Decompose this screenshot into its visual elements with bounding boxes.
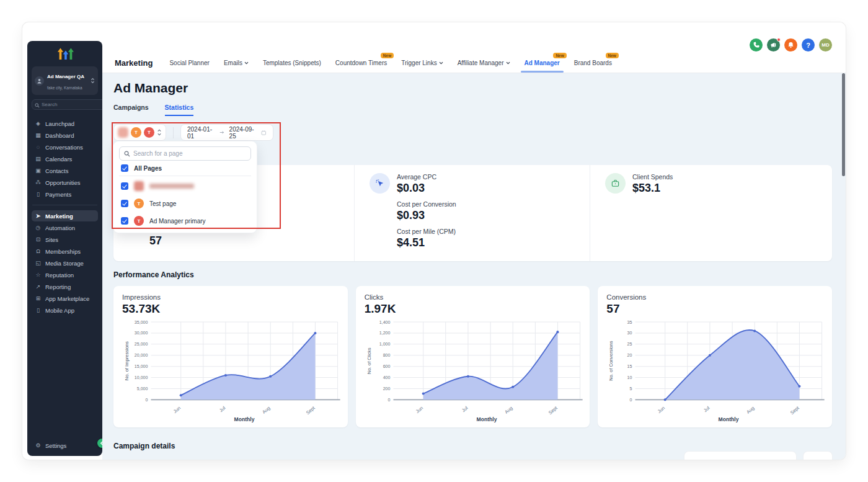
app-marketplace-icon: ⊞ bbox=[35, 295, 42, 301]
checkbox-checked[interactable] bbox=[121, 217, 128, 225]
account-name: Ad Manager QA bbox=[47, 74, 84, 79]
page-avatar: T bbox=[134, 199, 144, 208]
sidebar-item-reputation[interactable]: ☆Reputation bbox=[32, 269, 98, 280]
sidebar-item-label: Sites bbox=[45, 236, 58, 243]
svg-text:Jul: Jul bbox=[702, 405, 711, 413]
svg-text:25: 25 bbox=[627, 342, 632, 346]
date-end: 2024-09-25 bbox=[229, 126, 257, 140]
stat-value: $0.03 bbox=[397, 182, 456, 195]
page-name-redacted bbox=[149, 184, 194, 189]
new-badge: New bbox=[381, 53, 394, 58]
sidebar-item-mobile-app[interactable]: ▯Mobile App bbox=[32, 305, 98, 316]
nav-item-social-planner[interactable]: Social Planner bbox=[169, 60, 209, 66]
search-icon bbox=[35, 99, 40, 110]
sidebar: Ad Manager QA fake city, Karnataka ⌘K ◈L… bbox=[27, 41, 102, 456]
sidebar-item-payments[interactable]: ▯Payments bbox=[32, 189, 98, 200]
nav-item-templates-snippets[interactable]: Templates (Snippets) bbox=[263, 60, 321, 66]
tab-statistics[interactable]: Statistics bbox=[165, 104, 194, 116]
help-button[interactable]: ? bbox=[802, 38, 815, 51]
campaign-button-partial[interactable] bbox=[804, 452, 832, 460]
nav-item-emails[interactable]: Emails bbox=[224, 60, 249, 66]
sidebar-item-label: Reporting bbox=[45, 283, 71, 290]
sidebar-item-settings[interactable]: ⚙ Settings bbox=[32, 440, 98, 451]
all-pages-label: All Pages bbox=[134, 165, 162, 172]
chart-value: 1.97K bbox=[365, 302, 584, 316]
stat-value: $0.93 bbox=[397, 209, 456, 222]
nav-item-ad-manager[interactable]: Ad ManagerNew bbox=[525, 60, 560, 66]
tab-campaigns[interactable]: Campaigns bbox=[113, 104, 149, 116]
nav-item-trigger-links[interactable]: Trigger Links bbox=[401, 60, 443, 66]
svg-text:25,000: 25,000 bbox=[135, 342, 148, 346]
svg-text:10,000: 10,000 bbox=[135, 375, 148, 380]
account-avatar bbox=[35, 76, 44, 86]
scrollbar-thumb[interactable] bbox=[842, 73, 845, 176]
sidebar-item-marketing[interactable]: ➤Marketing bbox=[32, 210, 98, 221]
page-selector-button[interactable]: T T bbox=[113, 124, 166, 141]
svg-text:30,000: 30,000 bbox=[135, 331, 148, 335]
page-row-ad-manager-primary[interactable]: T Ad Manager primary bbox=[119, 212, 251, 230]
sidebar-item-reporting[interactable]: ↗Reporting bbox=[32, 281, 98, 292]
nav-item-label: Emails bbox=[224, 60, 242, 66]
sidebar-item-automation[interactable]: ◷Automation bbox=[32, 222, 98, 233]
svg-text:Jun: Jun bbox=[172, 405, 182, 414]
nav-item-countdown-timers[interactable]: Countdown TimersNew bbox=[335, 60, 387, 66]
sidebar-item-label: Automation bbox=[45, 225, 75, 231]
conversions-chart-card: Conversions 57 05101520253035JunJulAugSe… bbox=[598, 286, 832, 427]
svg-text:0: 0 bbox=[388, 398, 390, 402]
checkbox-checked[interactable] bbox=[121, 164, 128, 172]
page-avatar-redacted bbox=[118, 127, 128, 138]
chevron-down-icon bbox=[244, 61, 249, 65]
sidebar-item-label: Launchpad bbox=[45, 120, 74, 127]
nav-item-affiliate-manager[interactable]: Affiliate Manager bbox=[458, 60, 510, 66]
app-window: Ad Manager QA fake city, Karnataka ⌘K ◈L… bbox=[22, 22, 846, 460]
sidebar-item-calendars[interactable]: ▤Calendars bbox=[32, 153, 98, 164]
nav-item-brand-boards[interactable]: Brand BoardsNew bbox=[574, 60, 612, 66]
dropdown-search[interactable] bbox=[119, 146, 251, 161]
sidebar-item-label: Payments bbox=[45, 191, 71, 198]
cursor-click-icon bbox=[370, 173, 390, 194]
sidebar-item-dashboard[interactable]: ▦Dashboard bbox=[32, 130, 98, 141]
conversations-icon: ◌ bbox=[35, 144, 42, 150]
marketing-icon: ➤ bbox=[35, 213, 42, 219]
marketing-nav: Marketing Social Planner Emails Template… bbox=[108, 53, 846, 73]
announcements-button[interactable] bbox=[767, 38, 780, 51]
dropdown-search-input[interactable] bbox=[133, 150, 246, 157]
sidebar-item-label: Conversations bbox=[45, 144, 83, 151]
nav-item-label: Social Planner bbox=[169, 60, 209, 66]
sidebar-item-contacts[interactable]: ▣Contacts bbox=[32, 165, 98, 176]
automation-icon: ◷ bbox=[35, 225, 42, 231]
launchpad-icon: ◈ bbox=[35, 120, 42, 127]
sidebar-item-launchpad[interactable]: ◈Launchpad bbox=[32, 118, 98, 129]
all-pages-row[interactable]: All Pages bbox=[119, 161, 251, 176]
page-row-test-page[interactable]: T Test page bbox=[119, 195, 251, 212]
stat-label: Cost per Conversion bbox=[397, 200, 456, 208]
svg-text:30: 30 bbox=[627, 331, 632, 335]
page-avatar: T bbox=[131, 127, 141, 138]
sidebar-search-input[interactable] bbox=[42, 102, 110, 107]
sites-icon: ⊡ bbox=[35, 236, 42, 243]
notifications-button[interactable] bbox=[784, 38, 797, 51]
sidebar-item-conversations[interactable]: ◌Conversations bbox=[32, 141, 98, 153]
checkbox-checked[interactable] bbox=[121, 182, 128, 190]
sidebar-item-app-marketplace[interactable]: ⊞App Marketplace bbox=[32, 293, 98, 304]
user-avatar[interactable]: MD bbox=[819, 38, 832, 51]
stats-column-middle: Average CPC $0.03 Cost per Conversion $0… bbox=[354, 165, 590, 261]
svg-text:1,200: 1,200 bbox=[379, 331, 390, 335]
sidebar-item-media-storage[interactable]: ◱Media Storage bbox=[32, 257, 98, 269]
sidebar-item-opportunities[interactable]: ⁂Opportunities bbox=[32, 177, 98, 188]
sidebar-item-memberships[interactable]: ΩMemberships bbox=[32, 246, 98, 257]
sidebar-item-sites[interactable]: ⊡Sites bbox=[32, 234, 98, 245]
date-range-picker[interactable]: 2024-01-01 2024-09-25 bbox=[180, 124, 273, 141]
campaign-search-partial[interactable] bbox=[684, 452, 796, 460]
new-badge: New bbox=[553, 53, 566, 58]
svg-text:1,000: 1,000 bbox=[379, 342, 390, 346]
svg-text:Monthly: Monthly bbox=[476, 416, 497, 422]
svg-text:0: 0 bbox=[630, 398, 632, 402]
checkbox-checked[interactable] bbox=[121, 200, 128, 207]
notification-dot bbox=[777, 38, 781, 42]
phone-button[interactable] bbox=[750, 38, 763, 51]
nav-item-label: Countdown Timers bbox=[335, 60, 387, 66]
account-switcher[interactable]: Ad Manager QA fake city, Karnataka bbox=[32, 66, 98, 95]
stat-value: $53.1 bbox=[632, 182, 673, 195]
page-row-redacted[interactable] bbox=[119, 177, 251, 195]
